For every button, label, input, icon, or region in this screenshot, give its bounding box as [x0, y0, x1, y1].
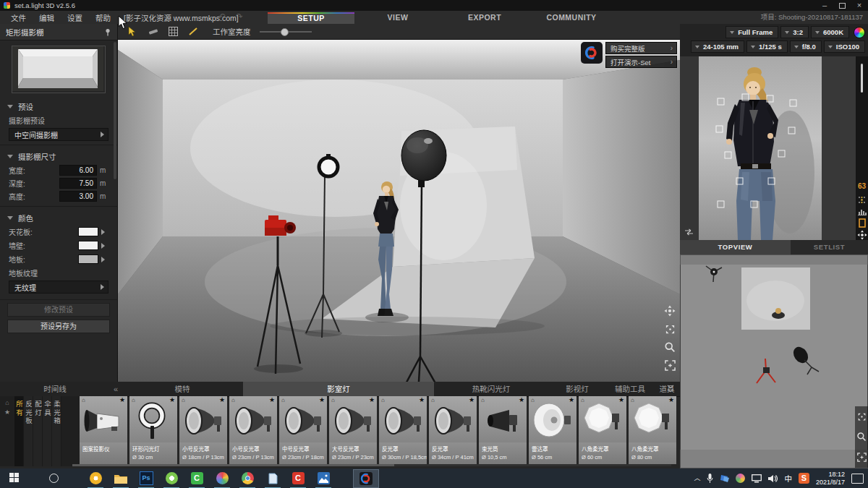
lens-dropdown[interactable]: 24-105 mm	[691, 40, 744, 53]
equipment-item-reflector[interactable]: ⌂★ 反光罩 Ø 34cm / P 41cm	[429, 396, 477, 464]
topview-fit-icon[interactable]	[855, 451, 868, 464]
tab-video-lights[interactable]: 影视灯	[548, 382, 606, 396]
collapse-bottom-panel-icon[interactable]	[666, 385, 675, 394]
tab-models[interactable]: 模特	[122, 382, 243, 396]
taskbar-app-notes[interactable]	[265, 471, 281, 487]
viewport-3d[interactable]: 购买完整版› 打开演示-Set›	[118, 40, 680, 382]
translator-tray-icon[interactable]	[720, 474, 729, 483]
grid-toggle-button[interactable]	[169, 27, 178, 36]
cortana-button[interactable]	[49, 474, 59, 483]
display-tray-icon[interactable]	[752, 474, 762, 483]
iso-dropdown[interactable]: ISO100	[824, 40, 865, 53]
taskbar-app-photos[interactable]	[315, 471, 331, 487]
tab-community[interactable]: COMMUNITY	[528, 11, 615, 24]
slider-knob[interactable]	[281, 28, 289, 36]
scrollbar-thumb[interactable]	[72, 464, 394, 466]
topview-zoom-icon[interactable]	[855, 430, 868, 443]
taskbar-app-pinwheel[interactable]	[214, 471, 230, 487]
floor-color-swatch[interactable]	[78, 254, 98, 264]
sogou-input-icon[interactable]: S	[799, 473, 809, 484]
close-button[interactable]: ×	[851, 0, 868, 11]
sensor-format-dropdown[interactable]: Full Frame	[726, 26, 778, 38]
undo-icon[interactable]: ↶	[218, 12, 226, 22]
floor-texture-dropdown[interactable]: 无纹理	[9, 281, 109, 294]
menu-item-settings[interactable]: 设置	[61, 12, 89, 23]
flip-view-icon[interactable]	[684, 228, 694, 237]
orbit-icon[interactable]	[663, 322, 676, 335]
ceiling-color-swatch[interactable]	[78, 227, 98, 236]
menu-item-file[interactable]: 文件	[4, 12, 33, 23]
tab-topview[interactable]: TOPVIEW	[680, 240, 791, 254]
topview-canvas[interactable]	[680, 254, 868, 468]
taskbar-app-browser[interactable]	[88, 471, 103, 487]
aspect-ratio-dropdown[interactable]: 3:2	[780, 26, 809, 38]
minimize-button[interactable]: –	[816, 0, 833, 11]
fit-view-icon[interactable]	[663, 359, 676, 372]
topview-orbit-icon[interactable]	[855, 410, 868, 423]
equipment-item-ring-flash[interactable]: ⌂★ 环形闪光灯 Ø 30 cm	[129, 396, 177, 464]
color-wheel-icon[interactable]	[854, 27, 865, 38]
equipment-item-reflector[interactable]: ⌂★ 中号反光罩 Ø 23cm / P 18cm	[279, 396, 327, 464]
tab-setlist[interactable]: SETLIST	[791, 240, 868, 254]
tab-speedlights[interactable]: 热靴闪光灯	[434, 382, 548, 396]
width-field[interactable]: 6.00	[59, 165, 97, 176]
white-balance-dropdown[interactable]: 6000K	[811, 26, 849, 38]
tab-export[interactable]: EXPORT	[441, 11, 528, 24]
depth-field[interactable]: 7.50	[59, 178, 97, 189]
maximize-button[interactable]	[833, 0, 851, 11]
focus-grid-icon[interactable]	[856, 195, 867, 205]
favorites-filter-icon[interactable]: ★	[0, 408, 14, 416]
equipment-item-beauty-dish[interactable]: ⌂★ 雷达罩 Ø 56 cm	[529, 396, 576, 464]
pen-tool-button[interactable]	[188, 27, 198, 36]
taskbar-app-photoshop[interactable]: Ps	[138, 471, 154, 487]
studio-brightness-slider[interactable]	[260, 27, 312, 37]
menu-item-edit[interactable]: 编辑	[33, 12, 61, 23]
section-dimensions[interactable]: 摄影棚尺寸	[0, 147, 117, 163]
buy-full-version-button[interactable]: 购买完整版›	[605, 42, 677, 54]
equipment-item-snoot[interactable]: ⌂★ 束光筒 Ø 10,5 cm	[479, 396, 527, 464]
microphone-icon[interactable]	[707, 474, 713, 483]
tab-tools[interactable]: 辅助工具	[606, 382, 654, 396]
redo-icon[interactable]: ↷	[236, 12, 243, 22]
histogram-icon[interactable]	[856, 207, 867, 216]
taskbar-app-360browser[interactable]	[163, 471, 179, 487]
collapse-left-panel-icon[interactable]: «	[110, 382, 122, 396]
volume-icon[interactable]	[768, 474, 778, 483]
taskbar-app-chrome[interactable]	[239, 471, 255, 487]
save-preset-as-button[interactable]: 预设另存为	[7, 320, 110, 333]
tab-setup[interactable]: SETUP	[268, 11, 354, 25]
taskbar-app-red-c[interactable]: C	[290, 471, 306, 487]
equipment-item-projector[interactable]: ⌂★ 图案投影仪	[80, 396, 127, 464]
tab-studio-lights[interactable]: 影室灯	[243, 382, 434, 396]
color-tray-icon[interactable]	[736, 474, 745, 483]
studio-preset-dropdown[interactable]: 中空间摄影棚	[9, 128, 109, 141]
measure-tool-button[interactable]	[148, 27, 158, 36]
tray-expand-icon[interactable]: ︿	[694, 473, 700, 482]
tab-view[interactable]: VIEW	[354, 11, 441, 24]
zoom-icon[interactable]	[663, 341, 676, 354]
section-presets[interactable]: 预设	[0, 98, 117, 114]
aperture-dropdown[interactable]: f/8.0	[790, 40, 822, 53]
taskbar-clock[interactable]: 18:12 2021/8/17	[816, 471, 845, 487]
studio-preview-thumbnail[interactable]	[12, 46, 106, 93]
left-panel-scrollbar[interactable]	[114, 42, 116, 179]
taskbar-app-explorer[interactable]	[113, 471, 129, 487]
studio-3d-scene[interactable]	[118, 40, 680, 382]
menu-item-help[interactable]: 帮助	[89, 12, 117, 23]
equipment-item-octabox[interactable]: ⌂★ 八角柔光罩 Ø 60 cm	[579, 396, 626, 464]
ime-indicator[interactable]: 中	[784, 473, 792, 484]
pan-icon[interactable]	[663, 304, 676, 317]
category-softboxes[interactable]: 柔光箱	[52, 396, 61, 466]
equipment-item-reflector[interactable]: ⌂★ 小号反光罩 Ø 18cm / P 13cm	[179, 396, 227, 464]
equipment-item-reflector[interactable]: ⌂★ 反光罩 Ø 30cm / P 18,5cm	[379, 396, 427, 464]
taskbar-app-setalight-active[interactable]	[353, 469, 379, 488]
tab-timeline[interactable]: 时间线	[0, 382, 110, 396]
frame-overlay-icon[interactable]	[856, 218, 867, 228]
equipment-scrollbar[interactable]	[72, 464, 671, 466]
preview-pan-icon[interactable]	[856, 230, 867, 239]
equipment-item-octabox[interactable]: ⌂★ 八角柔光罩 Ø 80 cm	[629, 396, 676, 464]
action-center-icon[interactable]	[851, 474, 864, 484]
equipment-item-reflector[interactable]: ⌂★ 大号反光罩 Ø 23cm / P 23cm	[329, 396, 377, 464]
wall-color-swatch[interactable]	[78, 241, 98, 250]
menu-item-localization-credit[interactable]: [影子汉化资源 www.msmkps.com]	[117, 12, 245, 23]
